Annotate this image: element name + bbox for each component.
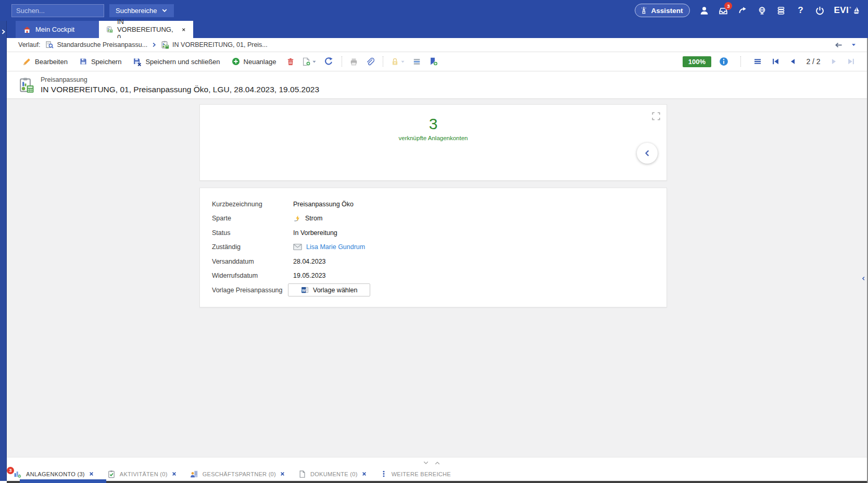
print-icon [349, 57, 358, 66]
history-dropdown-icon[interactable] [851, 42, 857, 47]
breadcrumb-label: Verlauf: [18, 41, 40, 48]
last-page-icon[interactable] [846, 56, 857, 67]
inbox-icon[interactable]: 3 [718, 5, 728, 16]
footer-tab-geschaeftspartner[interactable]: GESCHÄFTSPARTNER (0) [190, 470, 285, 478]
inbox-badge: 3 [724, 2, 732, 10]
brand-text: EVI [834, 5, 849, 16]
attachments-button[interactable] [362, 55, 378, 69]
chevron-right-icon [152, 42, 157, 47]
list-menu-icon[interactable] [752, 56, 763, 67]
footer-tab-label: AKTIVITÄTEN (0) [120, 471, 168, 477]
footer-tab-aktivitaeten[interactable]: AKTIVITÄTEN (0) [107, 470, 177, 478]
detail-row: Zuständig Lisa Marie Gundrum [200, 240, 666, 255]
field-label: Versanddatum [212, 258, 293, 265]
user-icon[interactable] [699, 5, 709, 16]
collapse-panel-down-icon[interactable] [422, 459, 430, 467]
toolbar-right: 100% 2 / 2 [683, 56, 857, 67]
history-nav [834, 41, 857, 49]
next-page-icon[interactable] [829, 56, 839, 67]
asset-account-icon [13, 470, 22, 478]
expand-icon[interactable] [651, 112, 661, 122]
button-label: Neuanlage [244, 58, 276, 66]
svg-text:W: W [302, 288, 306, 293]
assistant-button[interactable]: Assistent [635, 4, 690, 17]
kpi-label[interactable]: verknüpfte Anlagenkonten [200, 135, 666, 141]
brand-mark: ° [849, 6, 851, 11]
price-adjustment-icon [18, 77, 34, 94]
delete-button[interactable] [283, 55, 298, 69]
activities-icon [107, 470, 116, 478]
toolbar: Bearbeiten Speichern Speichern und schli… [7, 52, 868, 71]
power-icon[interactable] [814, 5, 825, 16]
tab-label: Mein Cockpit [35, 26, 74, 33]
new-from-template-button[interactable] [299, 55, 320, 69]
save-and-close-button[interactable]: Speichern und schließen [129, 55, 224, 69]
close-icon[interactable] [362, 472, 367, 476]
field-label: Widerrufsdatum [212, 272, 293, 279]
zoom-level-badge[interactable]: 100% [683, 56, 711, 67]
chevron-down-icon [312, 59, 317, 64]
history-back-icon[interactable] [834, 41, 843, 49]
queue-button[interactable] [409, 55, 424, 69]
spark-icon [293, 215, 301, 222]
close-icon[interactable] [280, 472, 285, 476]
assistant-label: Assistent [651, 7, 683, 15]
previous-page-icon[interactable] [788, 56, 798, 67]
save-button[interactable]: Speichern [75, 55, 126, 68]
word-document-icon: W [301, 286, 309, 294]
detail-row: Versanddatum 28.04.2023 [200, 254, 666, 269]
detail-row: Vorlage Preisanpassung W Vorlage wählen [200, 283, 666, 298]
home-icon [23, 26, 31, 34]
chevron-left-icon [861, 276, 866, 281]
help-icon[interactable]: ? [795, 5, 806, 16]
choose-template-label: Vorlage wählen [313, 287, 357, 294]
info-icon[interactable] [718, 56, 729, 67]
collapse-panel-button[interactable] [637, 143, 658, 164]
expand-panel-up-icon[interactable] [434, 459, 441, 467]
envelope-icon[interactable] [293, 243, 302, 251]
tab-in-vorbereitung[interactable]: IN VORBEREITUNG, 0... [99, 21, 193, 38]
collapsed-sidebar-strip[interactable] [0, 21, 7, 481]
lighthouse-icon [640, 6, 648, 15]
kpi-value[interactable]: 3 [200, 115, 666, 133]
kpi-card: 3 verknüpfte Anlagenkonten [199, 104, 667, 181]
close-icon[interactable] [182, 27, 186, 32]
breadcrumb-item-search[interactable]: Standardsuche Preisanpassu... [45, 41, 147, 49]
database-icon[interactable] [776, 5, 786, 16]
close-icon[interactable] [89, 472, 94, 476]
footer-tab-label: DOKUMENTE (0) [310, 471, 358, 477]
search-input[interactable] [12, 5, 112, 17]
redo-icon[interactable] [737, 5, 748, 16]
tab-mein-cockpit[interactable]: Mein Cockpit [16, 21, 99, 38]
new-record-button[interactable]: Neuanlage [228, 55, 281, 68]
footer-tab-anlagenkonto[interactable]: ANLAGENKONTO (3) [13, 470, 94, 478]
footer-tab-dokumente[interactable]: DOKUMENTE (0) [298, 470, 367, 478]
footer-tab-weitere-bereiche[interactable]: WEITERE BEREICHE [380, 470, 451, 478]
field-label: Vorlage Preisanpassung [212, 287, 293, 294]
toolbar-separator [342, 56, 342, 67]
field-value: Strom [293, 215, 322, 222]
refresh-icon [324, 57, 333, 66]
field-value: In Vorbereitung [293, 229, 337, 237]
delete-icon [286, 57, 295, 66]
document-icon [298, 470, 306, 478]
refresh-button[interactable] [321, 54, 336, 69]
first-page-icon[interactable] [770, 56, 781, 67]
web-icon[interactable] [757, 5, 767, 16]
search-areas-label: Suchbereiche [116, 7, 157, 15]
save-close-icon [133, 57, 142, 66]
choose-template-button[interactable]: W Vorlage wählen [288, 283, 370, 296]
more-dots-icon [380, 470, 387, 478]
breadcrumb-item-record[interactable]: IN VORBEREITUNG, 01, Preis... [161, 41, 268, 49]
search-areas-button[interactable]: Suchbereiche [109, 4, 174, 17]
responsible-person-link[interactable]: Lisa Marie Gundrum [306, 243, 365, 251]
print-button[interactable] [346, 55, 361, 69]
edit-button[interactable]: Bearbeiten [18, 55, 72, 69]
page-indicator: 2 / 2 [804, 57, 822, 66]
chevron-right-icon [1, 28, 6, 35]
expand-right-panel-button[interactable] [861, 275, 866, 283]
button-label: Speichern und schließen [145, 58, 220, 66]
close-icon[interactable] [172, 472, 177, 476]
unlock-button[interactable] [387, 55, 408, 69]
bookmark-add-button[interactable] [425, 54, 441, 69]
